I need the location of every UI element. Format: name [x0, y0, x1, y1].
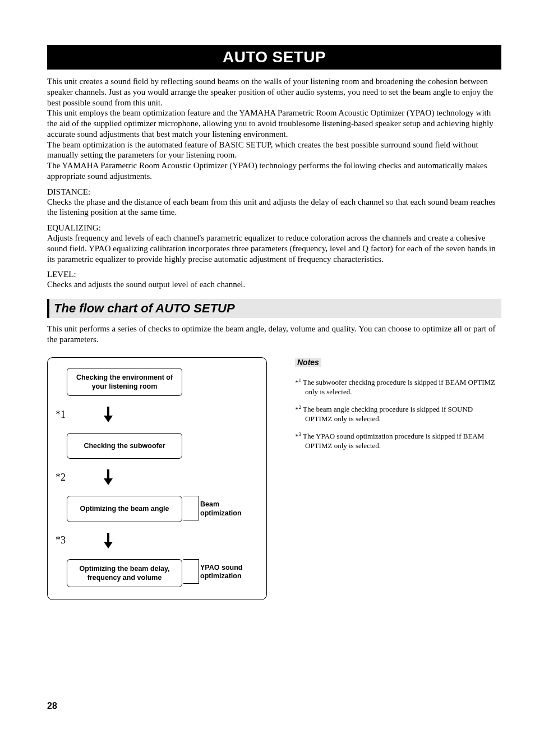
- note-text: The subwoofer checking procedure is skip…: [301, 378, 495, 396]
- flow-box-subwoofer: Checking the subwoofer: [67, 433, 182, 459]
- note-text: The YPAO sound optimization procedure is…: [301, 432, 484, 450]
- flow-side-ypao-optimization: YPAO sound optimization: [200, 564, 262, 581]
- note-1: *1 The subwoofer checking procedure is s…: [295, 377, 501, 397]
- note-2: *2 The beam angle checking procedure is …: [295, 404, 501, 424]
- section-equalizing-heading: EQUALIZING:: [47, 223, 501, 233]
- intro-p1: This unit creates a sound field by refle…: [47, 76, 501, 108]
- arrow-down-icon: [104, 407, 113, 422]
- section-level-heading: LEVEL:: [47, 270, 501, 279]
- page-title: AUTO SETUP: [47, 48, 501, 66]
- intro-p2: This unit employs the beam optimization …: [47, 108, 501, 139]
- section-distance-heading: DISTANCE:: [47, 187, 501, 197]
- section-distance-body: Checks the phase and the distance of eac…: [47, 197, 501, 218]
- flow-arrow-2: *2: [54, 459, 260, 496]
- flowchart-heading-banner: The flow chart of AUTO SETUP: [47, 299, 501, 318]
- page-number: 28: [47, 701, 501, 711]
- flow-arrow-1: *1: [54, 396, 260, 433]
- footnote-mark-1: *1: [54, 409, 77, 421]
- notes-heading: Notes: [295, 358, 321, 367]
- flow-box-environment: Checking the environment of your listeni…: [67, 368, 182, 397]
- section-level-body: Checks and adjusts the sound output leve…: [47, 279, 501, 290]
- arrow-down-icon: [104, 533, 113, 548]
- footnote-mark-2: *2: [54, 472, 77, 483]
- arrow-down-icon: [104, 469, 113, 485]
- note-text: The beam angle checking procedure is ski…: [301, 405, 473, 423]
- flow-side-beam-optimization: Beam optimization: [200, 500, 262, 518]
- bracket-icon: [183, 496, 199, 520]
- flow-box-beam-delay: Optimizing the beam delay, frequency and…: [67, 559, 182, 588]
- section-equalizing-body: Adjusts frequency and levels of each cha…: [47, 233, 501, 264]
- flowchart-intro: This unit performs a series of checks to…: [47, 324, 501, 345]
- note-3: *3 The YPAO sound optimization procedure…: [295, 431, 501, 451]
- flowchart-container: Checking the environment of your listeni…: [47, 357, 267, 601]
- flow-arrow-3: *3: [54, 522, 260, 559]
- intro-p3: The beam optimization is the automated f…: [47, 140, 501, 161]
- flow-box-beam-angle: Optimizing the beam angle: [67, 496, 182, 522]
- page-title-banner: AUTO SETUP: [47, 45, 501, 70]
- flowchart-heading: The flow chart of AUTO SETUP: [54, 301, 497, 316]
- footnote-mark-3: *3: [54, 534, 77, 546]
- bracket-icon: [183, 559, 199, 584]
- intro-p4: The YAMAHA Parametric Room Acoustic Opti…: [47, 160, 501, 182]
